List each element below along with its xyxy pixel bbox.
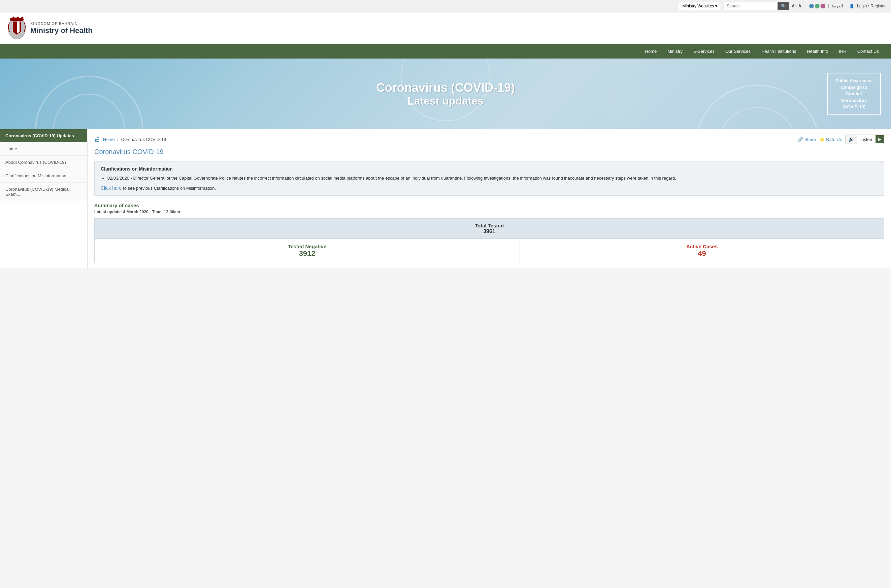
tested-negative-cell: Tested Negative 3912	[95, 238, 520, 263]
svg-marker-4	[21, 16, 24, 18]
nav-our-services[interactable]: Our Services	[720, 44, 756, 58]
font-increase-button[interactable]: A+	[792, 4, 797, 8]
separator-3: |	[846, 4, 847, 8]
rate-button[interactable]: ⭐ Rate Us	[819, 137, 842, 142]
latest-update-value: 4 March 2020 - Time: 12:00am	[123, 210, 180, 214]
banner-line1: Coronavirus (COVID-19)	[376, 81, 515, 95]
main-content: 🖨 Home / Coronavirus COVID-19 🔗 Share ⭐ …	[87, 129, 891, 268]
sidebar-header: Coronavirus (COVID-19) Updates	[0, 129, 87, 142]
breadcrumb-left: 🖨 Home / Coronavirus COVID-19	[94, 136, 166, 143]
person-icon: 👤	[849, 4, 854, 8]
font-decrease-button[interactable]: A-	[798, 4, 803, 8]
total-tested-cell: Total Tested 3961	[95, 218, 884, 238]
summary-subtitle: Latest update: 4 March 2020 - Time: 12:0…	[94, 210, 884, 214]
share-button[interactable]: 🔗 Share	[798, 137, 816, 142]
total-tested-value: 3961	[99, 228, 880, 234]
cases-table: Total Tested 3961 Tested Negative 3912 A…	[94, 218, 884, 263]
summary-title: Summary of cases	[94, 202, 884, 208]
search-input[interactable]	[724, 2, 778, 10]
color-theme-blue[interactable]	[809, 4, 814, 8]
svg-point-8	[717, 108, 798, 129]
rate-label: Rate Us	[826, 137, 842, 142]
star-icon: ⭐	[819, 137, 825, 142]
color-theme-pink[interactable]	[820, 4, 825, 8]
misinfo-caption: to see previous Clarifications on Misinf…	[123, 186, 216, 191]
latest-update-label: Latest update:	[94, 210, 122, 214]
logo-text: KINGDOM OF BAHRAIN Ministry of Health	[30, 21, 93, 36]
misinfo-item-1: 02/03/2020 - Director General of the Cap…	[107, 175, 878, 182]
breadcrumb-current: Coronavirus COVID-19	[121, 137, 166, 142]
bahrain-emblem-icon	[7, 16, 27, 40]
breadcrumb-right: 🔗 Share ⭐ Rate Us 🔊 Listen ▶	[798, 135, 884, 144]
top-bar: Ministry Websites ▾ 🔍 A+ A- | | العربية …	[0, 0, 891, 12]
speaker-icon: 🔊	[848, 136, 854, 142]
svg-point-12	[601, 81, 646, 125]
banner-title: Coronavirus (COVID-19) Latest updates	[376, 81, 515, 107]
sidebar-item-misinfo[interactable]: Clarifications on Misinformation	[0, 169, 87, 183]
awareness-text: Public Awareness Campaign to Combat Coro…	[835, 78, 873, 110]
color-theme-controls	[809, 4, 825, 8]
misinfo-title: Clarifications on Misinformation	[101, 166, 878, 171]
active-cases-value: 49	[525, 249, 879, 258]
listen-bar: 🔊 Listen ▶	[845, 135, 884, 144]
breadcrumb-row: 🖨 Home / Coronavirus COVID-19 🔗 Share ⭐ …	[94, 135, 884, 144]
nav-bar: Home Ministry E-Services Our Services He…	[0, 44, 891, 58]
search-wrap: 🔍	[724, 2, 789, 10]
logo-area: KINGDOM OF BAHRAIN Ministry of Health	[7, 16, 93, 40]
svg-point-6	[54, 94, 125, 129]
color-theme-green[interactable]	[815, 4, 820, 8]
nav-health-info[interactable]: Health Info	[801, 44, 834, 58]
ministry-websites-label: Ministry Websites	[683, 4, 714, 8]
font-size-controls: A+ A-	[792, 4, 802, 8]
content-area: Coronavirus (COVID-19) Updates Home Abou…	[0, 129, 891, 268]
nav-eservices[interactable]: E-Services	[688, 44, 720, 58]
svg-marker-3	[16, 16, 20, 18]
page-title: Coronavirus COVID-19	[94, 148, 884, 156]
tested-negative-value: 3912	[99, 249, 515, 258]
header: KINGDOM OF BAHRAIN Ministry of Health	[0, 12, 891, 44]
breadcrumb-home-link[interactable]: Home	[103, 137, 115, 142]
svg-marker-2	[12, 16, 15, 18]
click-here-link[interactable]: Click here	[101, 185, 122, 191]
sidebar-item-home[interactable]: Home	[0, 142, 87, 156]
banner: Coronavirus (COVID-19) Latest updates Pu…	[0, 58, 891, 129]
split-stats-row: Tested Negative 3912 Active Cases 49	[95, 238, 884, 263]
nav-health-institutions[interactable]: Health Institutions	[756, 44, 801, 58]
login-register-link[interactable]: Login • Register	[857, 4, 886, 8]
svg-point-5	[36, 76, 143, 129]
banner-line2: Latest updates	[376, 95, 515, 107]
nav-ministry[interactable]: Ministry	[662, 44, 688, 58]
kingdom-label: KINGDOM OF BAHRAIN	[30, 21, 93, 26]
print-icon[interactable]: 🖨	[94, 136, 100, 143]
misinfo-list: 02/03/2020 - Director General of the Cap…	[101, 175, 878, 182]
share-icon: 🔗	[798, 137, 803, 142]
breadcrumb-separator: /	[117, 137, 120, 142]
nav-home[interactable]: Home	[640, 44, 662, 58]
dropdown-arrow-icon: ▾	[715, 4, 717, 8]
awareness-box[interactable]: Public Awareness Campaign to Combat Coro…	[827, 73, 881, 115]
share-label: Share	[804, 137, 816, 142]
active-cases-cell: Active Cases 49	[520, 238, 884, 263]
active-cases-label: Active Cases	[525, 243, 879, 249]
listen-label: Listen	[857, 135, 876, 144]
arabic-language-link[interactable]: العربية	[832, 4, 843, 8]
separator-2: |	[828, 4, 829, 8]
total-tested-label: Total Tested	[99, 223, 880, 228]
svg-rect-1	[10, 18, 24, 21]
misinfo-item-text: 02/03/2020 - Director General of the Cap…	[107, 176, 676, 181]
nav-ihr[interactable]: IHR	[834, 44, 852, 58]
tested-negative-label: Tested Negative	[99, 243, 515, 249]
separator-1: |	[805, 4, 807, 8]
sidebar-item-medical[interactable]: Coronavirus (COVID-19) Medical Exam...	[0, 183, 87, 201]
sidebar: Coronavirus (COVID-19) Updates Home Abou…	[0, 129, 87, 268]
summary-section: Summary of cases Latest update: 4 March …	[94, 202, 884, 263]
play-button[interactable]: ▶	[876, 135, 884, 143]
ministry-label: Ministry of Health	[30, 26, 93, 36]
nav-contact-us[interactable]: Contact Us	[852, 44, 884, 58]
listen-icon-area: 🔊	[846, 135, 857, 144]
sidebar-item-about[interactable]: About Coronavirus (COVID-19)	[0, 156, 87, 169]
search-button[interactable]: 🔍	[778, 2, 789, 10]
total-tested-row: Total Tested 3961	[95, 218, 884, 238]
ministry-websites-button[interactable]: Ministry Websites ▾	[679, 2, 721, 10]
misinformation-box: Clarifications on Misinformation 02/03/2…	[94, 161, 884, 196]
